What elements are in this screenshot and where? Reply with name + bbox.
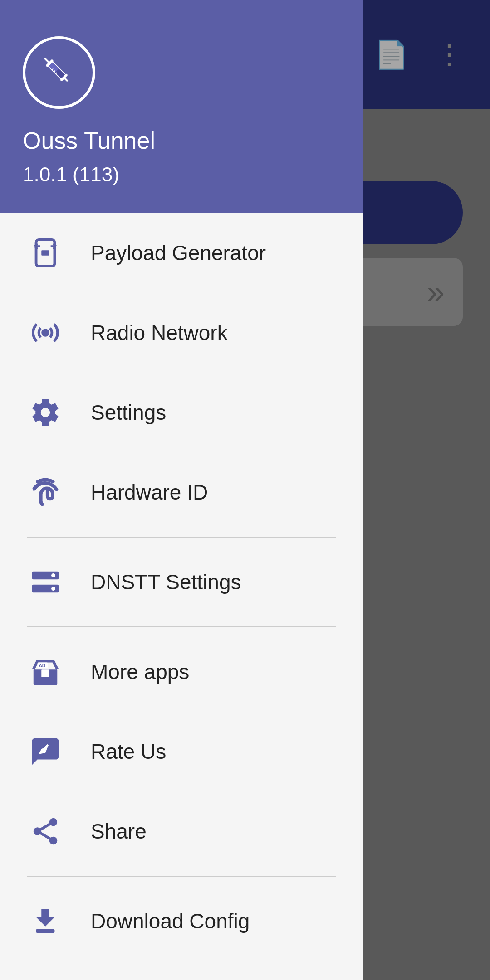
menu-item-more-apps[interactable]: AD More apps (0, 632, 363, 712)
menu-item-download-config[interactable]: Download Config (0, 881, 363, 961)
menu-item-dnstt-settings[interactable]: DNSTT Settings (0, 542, 363, 622)
menu-label-more-apps: More apps (91, 660, 189, 684)
svg-rect-5 (64, 78, 69, 82)
menu-item-hardware-id[interactable]: Hardware ID (0, 452, 363, 532)
app-version: 1.0.1 (113) (23, 163, 340, 186)
svg-rect-26 (36, 929, 55, 933)
svg-rect-10 (41, 250, 49, 256)
more-apps-icon: AD (27, 654, 64, 690)
share-icon (27, 813, 64, 849)
menu-label-radio-network: Radio Network (91, 320, 228, 345)
svg-point-11 (41, 329, 49, 337)
menu-label-settings: Settings (91, 400, 166, 425)
menu-label-share: Share (91, 819, 147, 844)
menu-label-payload-generator: Payload Generator (91, 241, 266, 265)
drawer-header: Ouss Tunnel 1.0.1 (113) (0, 0, 363, 213)
menu-item-settings[interactable]: Settings (0, 373, 363, 452)
menu-item-rate-us[interactable]: Rate Us (0, 712, 363, 791)
menu-label-hardware-id: Hardware ID (91, 480, 208, 505)
fingerprint-icon (27, 474, 64, 510)
divider-2 (27, 626, 336, 627)
menu-item-payload-generator[interactable]: Payload Generator (0, 213, 363, 293)
svg-point-13 (51, 573, 55, 577)
menu-label-download-config: Download Config (91, 909, 250, 933)
navigation-drawer: Ouss Tunnel 1.0.1 (113) Payload Generato… (0, 0, 363, 980)
app-name: Ouss Tunnel (23, 127, 340, 154)
syringe-icon (36, 50, 82, 95)
payload-icon (27, 235, 64, 271)
menu-item-share[interactable]: Share (0, 791, 363, 871)
radio-icon (27, 315, 64, 351)
dnstt-icon (27, 564, 64, 600)
svg-text:AD: AD (39, 663, 45, 668)
divider-3 (27, 876, 336, 877)
download-icon (27, 903, 64, 939)
svg-rect-17 (41, 669, 49, 677)
menu-label-rate-us: Rate Us (91, 739, 166, 764)
app-logo (23, 36, 95, 109)
svg-line-25 (38, 831, 54, 840)
menu-label-dnstt-settings: DNSTT Settings (91, 570, 241, 594)
menu-item-radio-network[interactable]: Radio Network (0, 293, 363, 373)
divider-1 (27, 537, 336, 538)
rate-icon (27, 733, 64, 770)
svg-line-24 (38, 822, 54, 831)
svg-point-15 (51, 587, 55, 591)
settings-icon (27, 394, 64, 431)
menu-item-facebook-page[interactable]: Facebook Page (Admin) (0, 961, 363, 980)
drawer-menu-list: Payload Generator Radio Network (0, 213, 363, 980)
